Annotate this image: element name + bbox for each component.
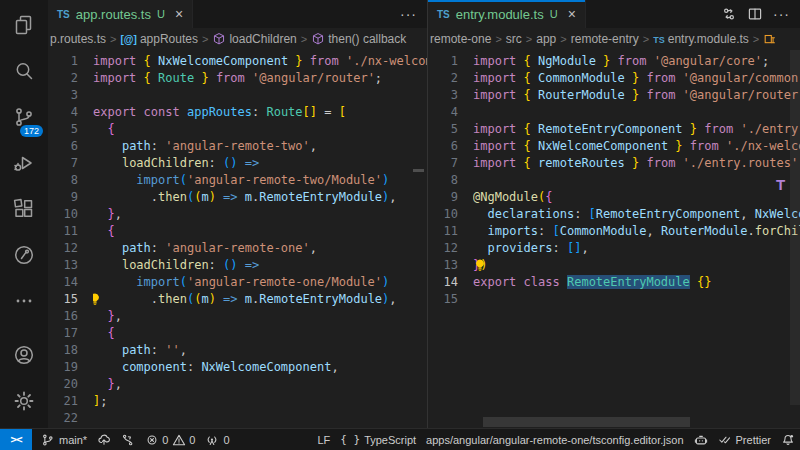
code-line[interactable]: 13 loadChildren: () => [48,257,427,274]
code-line[interactable]: 13}) [428,257,800,274]
code-line[interactable]: 1import { NxWelcomeComponent } from './n… [48,53,427,70]
activity-bar-item-settings[interactable] [0,380,48,426]
line-number[interactable]: 21 [48,393,78,410]
status-tsconfig-status[interactable]: apps/angular/angular-remote-one/tsconfig… [421,429,688,450]
line-number[interactable]: 7 [48,155,78,172]
activity-bar-item-more-views[interactable] [0,280,48,326]
line-number[interactable]: 3 [48,87,78,104]
line-number[interactable]: 2 [428,70,458,87]
line-number[interactable]: 18 [48,342,78,359]
lightbulb-icon[interactable] [93,292,102,307]
status-eol-indicator[interactable]: LF [312,429,335,450]
code-line[interactable]: 11 imports: [CommonModule, RouterModule.… [428,223,800,240]
activity-bar-item-run-and-debug[interactable] [0,142,48,188]
tab-app-routes[interactable]: TS app.routes.ts U × [48,0,193,28]
code-line[interactable]: 18 path: '', [48,342,427,359]
line-number[interactable]: 15 [48,291,78,308]
line-number[interactable]: 1 [428,53,458,70]
code-line[interactable]: 15 [428,291,800,308]
line-number[interactable]: 15 [428,291,458,308]
breadcrumb-item[interactable]: app [536,32,556,46]
breadcrumb-item[interactable]: p.routes.ts [50,32,106,46]
code-line[interactable]: 14export class RemoteEntryModule {} [428,274,800,291]
line-number[interactable]: 20 [48,376,78,393]
code-line[interactable]: 8 [428,172,800,189]
line-number[interactable]: 12 [428,240,458,257]
more-actions-icon[interactable]: ··· [773,6,790,22]
code-line[interactable]: 12 providers: [], [428,240,800,257]
line-number[interactable]: 9 [428,189,458,206]
status-notifications[interactable] [776,429,800,450]
status-language-mode[interactable]: { }TypeScript [335,429,421,450]
status-remote-indicator[interactable]: >< [0,429,32,450]
breadcrumb-item[interactable]: remote-one [430,32,491,46]
code-line[interactable]: 7import { remoteRoutes } from './entry.r… [428,155,800,172]
breadcrumb-item[interactable] [763,32,777,46]
activity-bar-item-nx-console[interactable] [0,234,48,280]
code-line[interactable]: 2import { CommonModule } from '@angular/… [428,70,800,87]
line-number[interactable]: 14 [48,274,78,291]
line-number[interactable]: 3 [428,87,458,104]
code-line[interactable]: 20 }, [48,376,427,393]
more-actions-icon[interactable]: ··· [400,6,417,22]
line-number[interactable]: 12 [48,240,78,257]
code-line[interactable]: 9@NgModule({ [428,189,800,206]
line-number[interactable]: 14 [428,274,458,291]
line-number[interactable]: 8 [48,172,78,189]
code-line[interactable]: 2import { Route } from '@angular/router'… [48,70,427,87]
code-line[interactable]: 19 component: NxWelcomeComponent, [48,359,427,376]
tab-entry-module[interactable]: TS entry.module.ts U × [428,0,586,28]
line-number[interactable]: 4 [48,104,78,121]
vertical-scrollbar[interactable] [790,50,800,405]
line-number[interactable]: 10 [48,206,78,223]
status-publish-changes[interactable] [92,429,116,450]
breadcrumb-item[interactable]: then() callback [311,32,406,46]
code-line[interactable]: 22 [48,410,427,427]
open-changes-icon[interactable] [721,6,737,22]
status-problems[interactable]: 00 [140,429,200,450]
status-forwarded-ports[interactable]: 0 [200,429,234,450]
code-line[interactable]: 10 declarations: [RemoteEntryComponent, … [428,206,800,223]
line-number[interactable]: 11 [48,223,78,240]
code-line[interactable]: 21]; [48,393,427,410]
line-number[interactable]: 7 [428,155,458,172]
breadcrumb-item[interactable]: loadChildren [212,32,296,46]
line-number[interactable]: 8 [428,172,458,189]
close-tab-icon[interactable]: × [568,7,576,21]
editor-entry-module[interactable]: 1import { NgModule } from '@angular/core… [428,50,800,428]
activity-bar-item-search[interactable] [0,50,48,96]
activity-bar-item-extensions[interactable] [0,188,48,234]
code-line[interactable]: 3import { RouterModule } from '@angular/… [428,87,800,104]
status-formatter-prettier[interactable]: Prettier [713,429,776,450]
status-git-graph[interactable] [116,429,140,450]
code-line[interactable]: 7 loadChildren: () => [48,155,427,172]
split-editor-icon[interactable] [747,6,763,22]
code-line[interactable]: 3 [48,87,427,104]
code-line[interactable]: 4 [428,104,800,121]
line-number[interactable]: 22 [48,410,78,427]
line-number[interactable]: 10 [428,206,458,223]
code-line[interactable]: 6 path: 'angular-remote-two', [48,138,427,155]
code-line[interactable]: 5import { RemoteEntryComponent } from '.… [428,121,800,138]
code-line[interactable]: 6import { NxWelcomeComponent } from './n… [428,138,800,155]
close-tab-icon[interactable]: × [175,7,183,21]
activity-bar-item-accounts[interactable] [0,334,48,380]
activity-bar-item-source-control[interactable]: 172 [0,96,48,142]
line-number[interactable]: 1 [48,53,78,70]
line-number[interactable]: 6 [48,138,78,155]
code-line[interactable]: 1import { NgModule } from '@angular/core… [428,53,800,70]
line-number[interactable]: 5 [48,121,78,138]
line-number[interactable]: 2 [48,70,78,87]
lightbulb-icon[interactable] [473,258,487,273]
code-line[interactable]: 15 .then((m) => m.RemoteEntryModule), [48,291,427,308]
code-line[interactable]: 9 .then((m) => m.RemoteEntryModule), [48,189,427,206]
line-number[interactable]: 16 [48,308,78,325]
line-number[interactable]: 13 [48,257,78,274]
code-line[interactable]: 17 { [48,325,427,342]
status-copilot[interactable] [689,429,713,450]
code-line[interactable]: 10 }, [48,206,427,223]
line-number[interactable]: 19 [48,359,78,376]
code-line[interactable]: 5 { [48,121,427,138]
breadcrumb-item[interactable]: TSentry.module.ts [653,32,749,46]
status-git-branch[interactable]: main* [36,429,92,450]
